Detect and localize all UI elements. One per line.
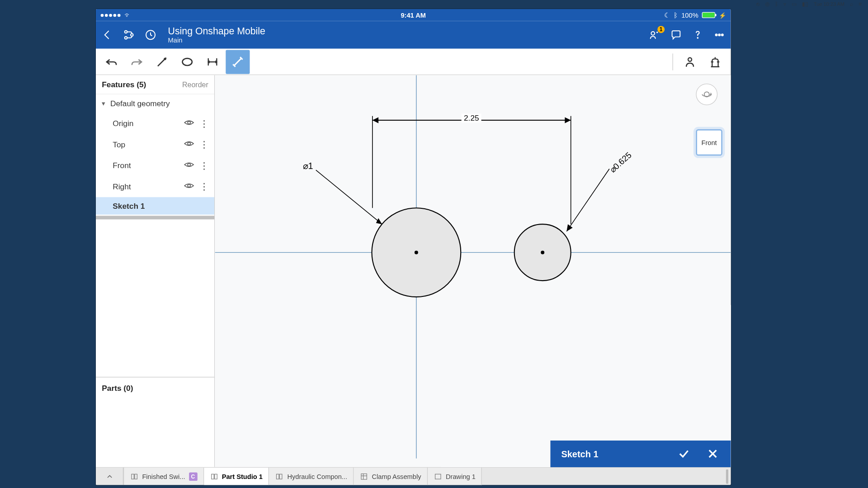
visibility-toggle[interactable]	[184, 117, 194, 130]
line-tool[interactable]	[150, 50, 174, 74]
feature-label: Front	[113, 161, 179, 170]
svg-point-8	[722, 34, 723, 36]
svg-rect-34	[132, 474, 134, 479]
drawing-icon	[434, 472, 442, 481]
sketch-canvas-svg	[215, 75, 731, 459]
tab-finished[interactable]: Finished Swi... C	[124, 468, 204, 485]
svg-point-10	[183, 58, 192, 65]
comments-button[interactable]	[670, 28, 683, 42]
visibility-toggle[interactable]	[184, 180, 194, 193]
svg-point-0	[125, 31, 127, 33]
svg-marker-32	[566, 224, 572, 231]
part-studio-icon	[130, 472, 139, 481]
history-button[interactable]	[144, 28, 157, 42]
tabs-expand[interactable]	[96, 468, 123, 485]
svg-point-9	[165, 58, 166, 59]
tab-hydraulic[interactable]: Hydraulic Compon...	[269, 468, 354, 485]
orbit-button[interactable]	[696, 84, 717, 105]
undo-button[interactable]	[99, 50, 123, 74]
help-button[interactable]	[691, 28, 704, 42]
circle-tool[interactable]	[175, 50, 199, 74]
dimension-tool[interactable]	[200, 50, 224, 74]
search-icon: ⌕	[850, 1, 853, 7]
reorder-button[interactable]: Reorder	[182, 80, 208, 89]
document-title: Using Onshape Mobile	[168, 26, 265, 36]
bluetooth-icon: ᛒ	[775, 1, 778, 7]
sketch-confirm-bar: Sketch 1	[550, 441, 731, 467]
moon-icon: ☾	[664, 11, 670, 19]
tab-badge: C	[189, 472, 198, 481]
feature-label: Right	[113, 182, 179, 191]
constraint-tool[interactable]	[226, 50, 250, 74]
feature-right[interactable]: Right ⋮	[96, 176, 214, 197]
feature-origin[interactable]: Origin ⋮	[96, 113, 214, 134]
feature-top[interactable]: Top ⋮	[96, 134, 214, 155]
share-button[interactable]: 1	[648, 28, 661, 42]
workspace-name: Main	[168, 37, 265, 44]
svg-line-31	[566, 169, 609, 231]
svg-point-4	[651, 32, 655, 35]
document-tabs: Finished Swi... C Part Studio 1 Hydrauli…	[96, 467, 731, 485]
svg-rect-37	[214, 474, 217, 479]
tabs-scrollbar[interactable]	[726, 469, 728, 483]
svg-point-21	[415, 251, 418, 254]
svg-rect-36	[211, 474, 213, 479]
tab-part-studio-1[interactable]: Part Studio 1	[204, 468, 269, 485]
battery-icon: ▮▯	[802, 1, 808, 7]
diameter-left[interactable]: ⌀1	[303, 160, 313, 171]
tab-label: Hydraulic Compon...	[287, 473, 347, 480]
ipad-frame: ᯤ 9:41 AM ☾ ᛒ 100% ⚡ Using Onshape Mobil…	[96, 9, 731, 485]
default-geometry-group[interactable]: ▾ Default geometry	[96, 94, 214, 113]
tab-label: Part Studio 1	[222, 473, 263, 480]
part-studio-icon	[210, 472, 218, 481]
feature-sidebar: Features (5) Reorder ▾ Default geometry …	[96, 75, 215, 467]
dimension-value[interactable]: 2.25	[462, 113, 481, 122]
feature-label: Origin	[113, 119, 179, 128]
redo-button[interactable]	[125, 50, 149, 74]
wifi-icon: ▿	[783, 1, 786, 7]
group-label: Default geometry	[110, 99, 170, 108]
assembly-icon	[360, 472, 368, 481]
visibility-toggle[interactable]	[184, 138, 194, 151]
chevron-down-icon: ▾	[102, 100, 105, 108]
part-studio-icon	[275, 472, 284, 481]
bluetooth-icon: ᛒ	[674, 11, 678, 19]
svg-point-7	[718, 34, 720, 36]
person-view-button[interactable]	[678, 50, 702, 74]
feature-front[interactable]: Front ⋮	[96, 155, 214, 176]
svg-rect-41	[435, 474, 441, 479]
svg-point-6	[716, 34, 717, 36]
svg-point-14	[188, 163, 190, 166]
feature-sketch1[interactable]: Sketch 1	[96, 197, 214, 215]
svg-marker-25	[373, 117, 378, 123]
svg-point-12	[188, 121, 190, 124]
tab-label: Drawing 1	[446, 473, 476, 480]
svg-point-5	[697, 38, 698, 38]
tab-clamp-assembly[interactable]: Clamp Assembly	[354, 468, 428, 485]
confirm-button[interactable]	[677, 446, 691, 461]
back-button[interactable]	[101, 28, 114, 42]
battery-icon	[702, 12, 715, 18]
rollback-bar[interactable]	[96, 216, 214, 220]
branches-button[interactable]	[123, 28, 136, 42]
more-button[interactable]	[713, 28, 726, 42]
battery-percentage: 100%	[681, 11, 698, 19]
svg-point-2	[131, 33, 133, 36]
mass-props-button[interactable]	[703, 50, 727, 74]
svg-rect-40	[361, 474, 367, 479]
charging-icon: ⚡	[719, 12, 726, 19]
ios-status-bar: ᯤ 9:41 AM ☾ ᛒ 100% ⚡	[96, 9, 731, 21]
svg-point-23	[541, 251, 544, 254]
tab-label: Clamp Assembly	[372, 473, 421, 480]
cancel-button[interactable]	[706, 446, 720, 461]
parts-panel-title: Parts (0)	[96, 377, 214, 467]
svg-marker-30	[376, 218, 382, 224]
svg-marker-26	[565, 117, 571, 123]
signal-icon	[101, 14, 121, 17]
view-cube[interactable]: Front	[696, 129, 722, 156]
feature-label: Top	[113, 140, 179, 149]
graphics-canvas[interactable]: 2.25 ⌀1 ⌀0.625 Front Sketch 1	[215, 75, 731, 467]
visibility-toggle[interactable]	[184, 160, 194, 172]
tab-drawing-1[interactable]: Drawing 1	[428, 468, 482, 485]
svg-point-13	[188, 142, 190, 145]
